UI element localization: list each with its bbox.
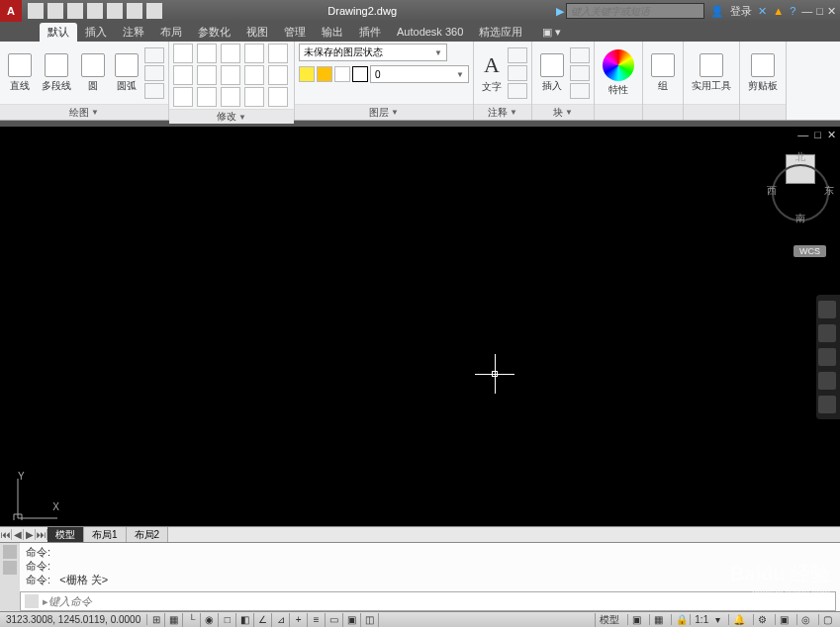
- isolate-icon[interactable]: ◎: [796, 614, 814, 625]
- quickview-layouts-icon[interactable]: ▦: [649, 614, 667, 625]
- drawing-area[interactable]: — □ ✕ 北 西 东 南 WCS Y X: [0, 127, 840, 526]
- layer-freeze-icon[interactable]: [317, 66, 332, 82]
- minimize-icon[interactable]: —: [801, 5, 812, 18]
- tab-model[interactable]: 模型: [47, 527, 84, 543]
- edit-block-icon[interactable]: [570, 65, 590, 81]
- arc-button[interactable]: 圆弧: [111, 51, 142, 95]
- model-space-button[interactable]: 模型: [595, 613, 623, 627]
- panel-layer-title[interactable]: 图层▼: [295, 104, 473, 120]
- exchange-icon[interactable]: ✕: [758, 5, 767, 18]
- layer-lock-icon[interactable]: [334, 66, 350, 82]
- cmd-opts-icon[interactable]: [3, 561, 17, 575]
- join-icon[interactable]: [268, 87, 288, 107]
- wcs-label[interactable]: WCS: [793, 245, 826, 257]
- panel-modify-title[interactable]: 修改▼: [169, 109, 294, 124]
- quickview-icon[interactable]: ▣: [627, 614, 645, 625]
- layer-dropdown[interactable]: 0▼: [370, 65, 469, 83]
- tab-layout[interactable]: 布局: [152, 23, 190, 42]
- polar-toggle-icon[interactable]: ◉: [201, 613, 219, 627]
- hardware-accel-icon[interactable]: ▣: [775, 614, 793, 625]
- table-icon[interactable]: [508, 83, 527, 99]
- tab-featured[interactable]: 精选应用: [471, 23, 530, 42]
- offset-icon[interactable]: [244, 87, 264, 107]
- tab-insert[interactable]: 插入: [77, 23, 115, 42]
- login-button[interactable]: 登录: [730, 4, 752, 19]
- tab-output[interactable]: 输出: [314, 23, 351, 42]
- annovisibility-icon[interactable]: 🔔: [728, 614, 749, 625]
- circle-button[interactable]: 圆: [77, 51, 109, 95]
- tab-default[interactable]: 默认: [40, 23, 77, 42]
- tab-manage[interactable]: 管理: [276, 23, 314, 42]
- clipboard-button[interactable]: 剪贴板: [744, 51, 782, 95]
- tab-expand-icon[interactable]: ▣ ▾: [534, 24, 569, 41]
- dimension-icon[interactable]: [508, 47, 527, 63]
- chamfer-icon[interactable]: [244, 65, 264, 85]
- tab-a360[interactable]: Autodesk 360: [389, 24, 471, 40]
- clean-screen-icon[interactable]: ▢: [818, 614, 836, 625]
- tpy-toggle-icon[interactable]: ▭: [326, 613, 343, 627]
- help-search-input[interactable]: [566, 3, 704, 19]
- otrack-toggle-icon[interactable]: ∠: [254, 613, 272, 627]
- insert-block-button[interactable]: 插入: [536, 51, 568, 95]
- create-block-icon[interactable]: [570, 47, 590, 63]
- pan-icon[interactable]: [818, 324, 836, 342]
- viewcube-north[interactable]: 北: [795, 150, 805, 164]
- layer-on-icon[interactable]: [299, 66, 315, 82]
- command-input[interactable]: [48, 595, 831, 607]
- annoscale-dropdown[interactable]: 🔒 1:1 ▾: [671, 614, 724, 625]
- fillet-icon[interactable]: [221, 65, 240, 85]
- command-prompt-icon[interactable]: [25, 594, 39, 608]
- new-icon[interactable]: [28, 3, 44, 19]
- panel-draw-title[interactable]: 绘图▼: [0, 104, 168, 120]
- draw-tool-icon[interactable]: [144, 83, 164, 99]
- search-play-icon[interactable]: ▶: [556, 5, 564, 18]
- draw-tool-icon[interactable]: [144, 47, 164, 63]
- close-icon[interactable]: ✕: [827, 5, 836, 18]
- maximize-icon[interactable]: □: [816, 5, 823, 18]
- panel-annot-title[interactable]: 注释▼: [474, 104, 531, 120]
- scale-icon[interactable]: [197, 87, 217, 107]
- tab-view[interactable]: 视图: [238, 23, 276, 42]
- polyline-button[interactable]: 多段线: [38, 51, 75, 95]
- coordinates[interactable]: 3123.3008, 1245.0119, 0.0000: [0, 614, 147, 625]
- layout-prev-icon[interactable]: ◀: [12, 529, 24, 540]
- erase-icon[interactable]: [268, 44, 288, 63]
- app-logo-icon[interactable]: A: [0, 0, 22, 22]
- grid-toggle-icon[interactable]: ▦: [165, 613, 183, 627]
- layer-state-dropdown[interactable]: 未保存的图层状态▼: [299, 44, 447, 61]
- viewport-close-icon[interactable]: ✕: [827, 129, 836, 141]
- rotate-icon[interactable]: [197, 44, 217, 63]
- block-attr-icon[interactable]: [570, 83, 590, 99]
- draw-tool-icon[interactable]: [144, 65, 164, 81]
- layout-last-icon[interactable]: ⏭: [36, 529, 47, 540]
- layer-color-icon[interactable]: [352, 66, 368, 82]
- viewport-maximize-icon[interactable]: □: [814, 129, 821, 141]
- open-icon[interactable]: [47, 3, 63, 19]
- redo-icon[interactable]: [146, 3, 162, 19]
- explode-icon[interactable]: [268, 65, 288, 85]
- signin-icon[interactable]: 👤: [710, 5, 724, 18]
- viewcube[interactable]: 北 西 东 南: [771, 150, 830, 239]
- copy-icon[interactable]: [173, 65, 193, 85]
- ortho-toggle-icon[interactable]: └: [183, 613, 201, 627]
- group-button[interactable]: 组: [647, 51, 679, 95]
- text-button[interactable]: A文字: [478, 50, 506, 96]
- nav-wheel-icon[interactable]: [818, 301, 836, 318]
- extend-icon[interactable]: [244, 44, 264, 63]
- 3dosnap-toggle-icon[interactable]: ◧: [236, 613, 254, 627]
- tab-annotate[interactable]: 注释: [115, 23, 152, 42]
- help-icon[interactable]: ?: [790, 5, 795, 17]
- print-icon[interactable]: [107, 3, 123, 19]
- panel-block-title[interactable]: 块▼: [532, 104, 594, 120]
- array-icon[interactable]: [221, 87, 240, 107]
- snap-toggle-icon[interactable]: ⊞: [147, 613, 165, 627]
- tab-parametric[interactable]: 参数化: [190, 23, 238, 42]
- ducs-toggle-icon[interactable]: ⊿: [272, 613, 290, 627]
- viewcube-east[interactable]: 东: [824, 184, 834, 198]
- properties-button[interactable]: 特性: [599, 47, 638, 99]
- tab-plugins[interactable]: 插件: [351, 23, 389, 42]
- utilities-button[interactable]: 实用工具: [688, 51, 735, 95]
- tab-layout2[interactable]: 布局2: [127, 527, 169, 543]
- layout-next-icon[interactable]: ▶: [24, 529, 36, 540]
- viewport-minimize-icon[interactable]: —: [797, 129, 808, 141]
